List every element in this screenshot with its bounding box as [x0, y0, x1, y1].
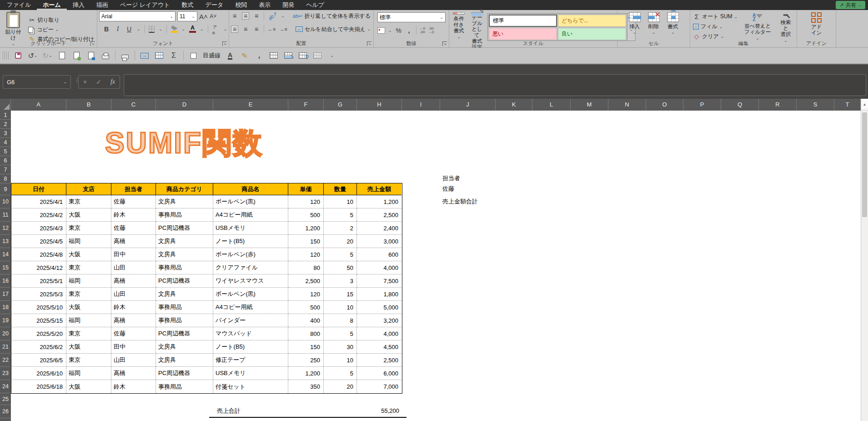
style-gallery-item[interactable]: 標準	[489, 15, 557, 27]
column-header[interactable]: D	[156, 99, 213, 111]
column-header[interactable]: M	[571, 99, 608, 111]
column-header[interactable]: O	[646, 99, 683, 111]
save-button[interactable]	[13, 51, 23, 61]
cell-branch[interactable]: 東京	[66, 222, 111, 235]
column-header[interactable]: I	[402, 99, 440, 111]
cell-product[interactable]: USBメモリ	[213, 222, 288, 235]
cell-category[interactable]: 事務用品	[156, 380, 213, 393]
cell-product[interactable]: A4コピー用紙	[213, 208, 288, 222]
row-header[interactable]: 18	[0, 301, 11, 314]
cell-branch[interactable]: 福岡	[66, 274, 111, 288]
column-header[interactable]: N	[608, 99, 646, 111]
cell-amount[interactable]: 5,000	[357, 301, 401, 314]
align-left-icon[interactable]: ≡	[231, 25, 238, 33]
delete-cells-button[interactable]: 削除 ⌄	[646, 11, 662, 41]
cell-amount[interactable]: 1,800	[357, 288, 401, 301]
cell-person[interactable]: 高橋	[111, 274, 156, 288]
cell-amount[interactable]: 7,000	[357, 380, 401, 393]
alignment-dialog-launcher[interactable]: ↘	[367, 41, 371, 46]
cell-amount[interactable]: 4,000	[357, 327, 401, 340]
cell-price[interactable]: 800	[288, 327, 324, 340]
cell-product[interactable]: ボールペン(赤)	[213, 248, 288, 261]
row-header[interactable]: 3	[0, 129, 11, 138]
insert-function-button[interactable]: fx	[110, 78, 115, 86]
cell-product[interactable]: USBメモリ	[213, 367, 288, 380]
cell-branch[interactable]: 大阪	[66, 301, 111, 314]
column-header[interactable]: E	[213, 99, 288, 111]
column-header[interactable]: F	[288, 99, 324, 111]
sales-table-header-cell[interactable]: 担当者	[111, 183, 156, 195]
cell-branch[interactable]: 大阪	[66, 248, 111, 261]
cell-product[interactable]: ワイヤレスマウス	[213, 274, 288, 288]
quick-print-button[interactable]	[71, 51, 81, 61]
cell-price[interactable]: 1,200	[288, 222, 324, 235]
total-label[interactable]: 売上合計	[209, 407, 241, 415]
cell-date[interactable]: 2025/5/1	[11, 274, 66, 288]
column-header[interactable]: R	[759, 99, 797, 111]
percent-style-icon[interactable]: %	[395, 27, 402, 34]
cell-price[interactable]: 500	[288, 301, 324, 314]
ribbon-tab[interactable]: ヘルプ	[300, 0, 330, 10]
row-header[interactable]: 1	[0, 111, 11, 120]
cell-person[interactable]: 山田	[111, 354, 156, 367]
cell-j9-value[interactable]: 佐藤	[442, 183, 454, 195]
ribbon-tab[interactable]: ページ レイアウト	[114, 0, 176, 10]
align-right-icon[interactable]: ≡	[253, 25, 260, 33]
cell-date[interactable]: 2025/4/2	[11, 208, 66, 222]
cell-qty[interactable]: 10	[324, 195, 357, 208]
cell-price[interactable]: 150	[288, 340, 324, 354]
cell-qty[interactable]: 5	[324, 208, 357, 222]
cell-product[interactable]: クリアファイル	[213, 261, 288, 274]
ribbon-tab[interactable]: データ	[200, 0, 230, 10]
cell-price[interactable]: 120	[288, 248, 324, 261]
number-format-combo[interactable]: 標準⌄	[377, 12, 446, 22]
increase-decimal-icon[interactable]: ←0.00	[420, 27, 425, 34]
sales-table-header-cell[interactable]: 日付	[11, 183, 66, 195]
cell-category[interactable]: 文房具	[156, 340, 213, 354]
cell-person[interactable]: 山田	[111, 261, 156, 274]
cell-date[interactable]: 2025/5/3	[11, 288, 66, 301]
print-setup-button[interactable]	[86, 51, 96, 61]
ribbon-tab[interactable]: ファイル	[1, 0, 37, 10]
column-header[interactable]: B	[66, 99, 111, 111]
page-setup-button[interactable]	[120, 51, 130, 61]
table-edit-qat-button[interactable]: ✎	[283, 51, 293, 61]
cell-date[interactable]: 2025/6/18	[11, 380, 66, 393]
cell-qty[interactable]: 20	[324, 235, 357, 248]
cell-branch[interactable]: 大阪	[66, 208, 111, 222]
cell-amount[interactable]: 7,500	[357, 274, 401, 288]
ribbon-tab[interactable]: 描画	[90, 0, 114, 10]
cell-person[interactable]: 高橋	[111, 314, 156, 327]
cell-product[interactable]: ノート(B5)	[213, 340, 288, 354]
column-header[interactable]: C	[111, 99, 156, 111]
cell-category[interactable]: PC周辺機器	[156, 274, 213, 288]
sales-table-header-cell[interactable]: 商品カテゴリ	[156, 183, 213, 195]
style-gallery-item[interactable]: どちらで...	[558, 15, 626, 27]
cell-price[interactable]: 350	[288, 380, 324, 393]
cell-branch[interactable]: 東京	[66, 195, 111, 208]
column-header[interactable]: Q	[721, 99, 759, 111]
decrease-decimal-icon[interactable]: .00→0	[428, 27, 434, 34]
column-header[interactable]: L	[532, 99, 571, 111]
cell-qty[interactable]: 2	[324, 222, 357, 235]
cell-price[interactable]: 500	[288, 208, 324, 222]
font-dialog-launcher[interactable]: ↘	[222, 41, 227, 46]
style-gallery-item[interactable]: 良い	[558, 28, 626, 40]
merge-center-button[interactable]: ↔ セルを結合して中央揃え ⌄	[295, 25, 371, 34]
cell-product[interactable]: A4コピー用紙	[213, 301, 288, 314]
cell-date[interactable]: 2025/5/10	[11, 301, 66, 314]
cell-amount[interactable]: 600	[357, 248, 401, 261]
cell-qty[interactable]: 50	[324, 261, 357, 274]
cell-qty[interactable]: 10	[324, 301, 357, 314]
cell-price[interactable]: 150	[288, 235, 324, 248]
ribbon-tab[interactable]: 表示	[253, 0, 276, 10]
toolbar-grip[interactable]	[3, 51, 9, 60]
cell-qty[interactable]: 5	[324, 367, 357, 380]
cancel-button[interactable]: ×	[83, 78, 87, 86]
clipboard-dialog-launcher[interactable]: ↘	[90, 41, 95, 46]
row-header[interactable]: 21	[0, 340, 11, 354]
row-header[interactable]: 2	[0, 120, 11, 129]
cell-person[interactable]: 佐藤	[111, 327, 156, 340]
undo-button[interactable]: ↺⌄	[28, 51, 38, 61]
cell-j10-label[interactable]: 売上金額合計	[442, 195, 478, 208]
